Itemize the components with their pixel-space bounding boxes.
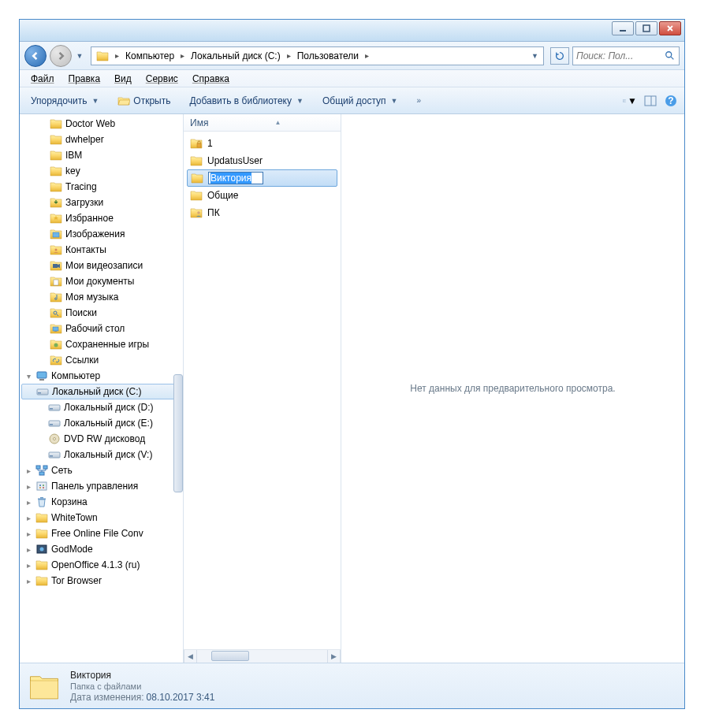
tree-item[interactable]: ▸Free Online File Conv [20, 526, 183, 541]
open-button[interactable]: Открыть [113, 92, 175, 110]
svg-rect-37 [39, 472, 44, 475]
tree-item-label: Локальный диск (D:) [64, 402, 154, 413]
close-button[interactable] [659, 21, 681, 35]
scroll-right-button[interactable]: ▶ [327, 650, 341, 663]
list-item[interactable]: UpdatusUser [187, 152, 337, 169]
svg-point-32 [54, 438, 56, 440]
tree-item[interactable]: key [20, 163, 183, 179]
svg-point-15 [55, 249, 58, 251]
maximize-button[interactable] [635, 21, 657, 35]
menu-tools[interactable]: Сервис [140, 72, 184, 86]
tree-item[interactable]: ▸Tor Browser [20, 573, 183, 589]
list-item-label: Общие [207, 190, 238, 201]
breadcrumb-arrow-icon[interactable]: ▸ [112, 51, 122, 60]
tree-item-label: Контакты [65, 244, 106, 255]
column-header[interactable]: Имя▲ [184, 114, 341, 132]
add-to-library-button[interactable]: Добавить в библиотеку▼ [184, 93, 307, 109]
search-box[interactable] [572, 46, 680, 65]
menu-help[interactable]: Справка [186, 72, 236, 86]
tree-item-label: Моя музыка [65, 292, 118, 303]
svg-rect-17 [54, 280, 58, 285]
breadcrumb-segment[interactable]: Локальный диск (C:) [188, 47, 284, 65]
tree-item[interactable]: Мои документы [20, 273, 183, 289]
minimize-button[interactable] [612, 21, 634, 35]
tree-item[interactable]: Ссылки [20, 352, 183, 368]
file-list-pane: Имя▲ 1UpdatusUserОбщиеПК ◀ ▶ [184, 114, 341, 663]
tree-item[interactable]: dwhelper [20, 132, 183, 147]
svg-rect-0 [620, 30, 626, 32]
tree-item[interactable]: Моя музыка [20, 289, 183, 305]
tree-item[interactable]: ▸Сеть [20, 462, 183, 478]
details-modified: Дата изменения: 08.10.2017 3:41 [70, 692, 214, 703]
tree-item[interactable]: Локальный диск (D:) [20, 399, 183, 415]
tree-item[interactable]: Загрузки [20, 195, 183, 210]
breadcrumb-segment[interactable]: Компьютер [122, 47, 177, 65]
tree-item-label: WhiteTown [51, 512, 98, 523]
menu-view[interactable]: Вид [108, 72, 138, 86]
tree-item[interactable]: Tracing [20, 179, 183, 195]
preview-pane-button[interactable] [643, 94, 657, 108]
breadcrumb-arrow-icon[interactable]: ▸ [284, 51, 294, 60]
details-name: Виктория [70, 670, 214, 681]
address-dropdown-icon[interactable]: ▼ [531, 52, 538, 60]
search-icon [665, 50, 676, 61]
tree-item[interactable]: Мои видеозаписи [20, 258, 183, 273]
refresh-button[interactable] [550, 47, 569, 65]
scroll-left-button[interactable]: ◀ [184, 650, 197, 663]
svg-rect-5 [623, 100, 624, 101]
list-item[interactable] [187, 169, 337, 187]
tree-item[interactable]: Контакты [20, 242, 183, 258]
tree-item[interactable]: Избранное [20, 210, 183, 226]
navigation-tree[interactable]: Doctor WebdwhelperIBMkeyTracingЗагрузкиИ… [20, 114, 184, 663]
tree-item[interactable]: Рабочий стол [20, 321, 183, 336]
tree-item-label: Компьютер [51, 370, 100, 381]
tree-item[interactable]: ▸Панель управления [20, 478, 183, 494]
tree-item[interactable]: Локальный диск (V:) [20, 447, 183, 462]
tree-item[interactable]: ▸Корзина [20, 494, 183, 510]
breadcrumb-segment[interactable]: Пользователи [294, 47, 362, 65]
breadcrumb-arrow-icon[interactable]: ▸ [362, 51, 372, 60]
tree-item[interactable]: Поиски [20, 305, 183, 321]
details-pane: Виктория Папка с файлами Дата изменения:… [20, 663, 684, 708]
tree-item[interactable]: ▾Компьютер [20, 368, 183, 384]
scroll-thumb[interactable] [211, 651, 249, 661]
navigation-bar: ▼ ▸ Компьютер ▸ Локальный диск (C:) ▸ По… [20, 42, 684, 70]
list-item[interactable]: ПК [187, 204, 337, 221]
nav-history-dropdown[interactable]: ▼ [75, 48, 84, 64]
tree-item[interactable]: DVD RW дисковод [20, 431, 183, 447]
svg-rect-27 [49, 405, 60, 410]
share-button[interactable]: Общий доступ▼ [318, 93, 403, 109]
menu-file[interactable]: Файл [24, 72, 61, 86]
svg-rect-6 [623, 102, 624, 102]
tree-item[interactable]: Изображения [20, 226, 183, 242]
tree-item[interactable]: IBM [20, 147, 183, 163]
view-options-button[interactable]: ▼ [623, 94, 637, 108]
tree-item[interactable]: Сохраненные игры [20, 336, 183, 352]
horizontal-scrollbar[interactable]: ◀ ▶ [184, 649, 341, 663]
tree-item[interactable]: ▸WhiteTown [20, 510, 183, 526]
tree-item[interactable]: Локальный диск (C:) [21, 384, 181, 399]
list-item[interactable]: Общие [187, 187, 337, 204]
search-input[interactable] [576, 50, 665, 61]
tree-item-label: Tor Browser [51, 575, 102, 586]
rename-input[interactable] [208, 172, 263, 184]
organize-button[interactable]: Упорядочить▼ [26, 93, 103, 109]
svg-rect-47 [197, 143, 201, 147]
nav-back-button[interactable] [24, 45, 47, 67]
svg-point-48 [197, 211, 200, 214]
tree-item-label: GodMode [51, 544, 93, 555]
address-bar[interactable]: ▸ Компьютер ▸ Локальный диск (C:) ▸ Поль… [91, 46, 544, 65]
breadcrumb-arrow-icon[interactable]: ▸ [177, 51, 188, 60]
tree-item-label: Мои документы [65, 276, 134, 287]
menu-edit[interactable]: Правка [62, 72, 107, 86]
tree-item[interactable]: ▸OpenOffice 4.1.3 (ru) [20, 557, 183, 573]
help-button[interactable]: ? [664, 94, 678, 108]
nav-forward-button[interactable] [50, 45, 72, 67]
vertical-scrollbar-thumb[interactable] [173, 374, 183, 492]
list-item[interactable]: 1 [187, 135, 337, 152]
tree-item[interactable]: Локальный диск (E:) [20, 415, 183, 431]
tree-item-label: key [65, 165, 80, 176]
more-button[interactable]: » [412, 94, 426, 107]
tree-item[interactable]: ▸GodMode [20, 541, 183, 557]
tree-item[interactable]: Doctor Web [20, 116, 183, 132]
